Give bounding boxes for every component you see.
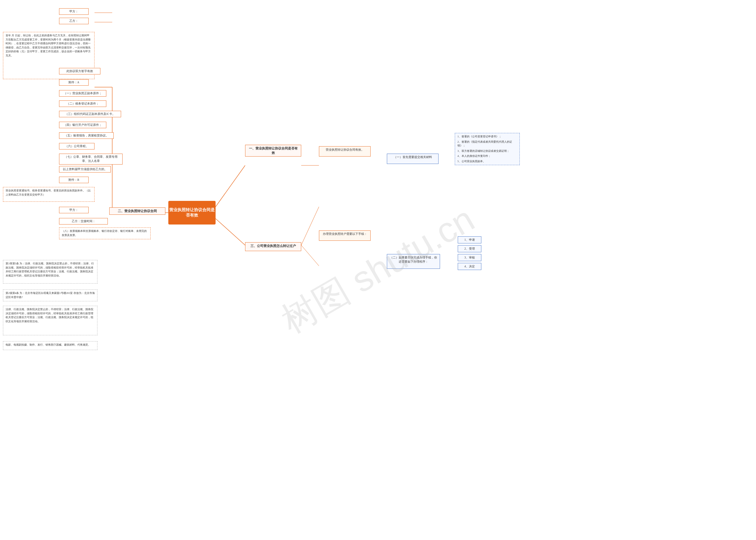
step3-box: 3、审核 — [458, 254, 482, 261]
appendix-b-text-box: 营业执照变更通知书、税务变更通知书、变更后的营业执照副本件。（以上资料由乙方在变… — [3, 187, 94, 202]
mind-map-container: 营业执照转让协议合同是否有效 甲方： 乙方： 首年 月 日起，转让给，在此之前的… — [0, 0, 756, 540]
party-b-box: 乙方： — [59, 18, 89, 24]
item5-box: （五）验资报告，房屋租赁协议。 — [59, 132, 114, 139]
appendix-b-box: 附件：B — [59, 177, 89, 183]
section3-box: 办理营业执照转户需要以下手续： — [319, 230, 371, 241]
item1-box: （一）营业执照正副本原件； — [59, 90, 106, 97]
appendix-a-box: 附件：A — [59, 79, 89, 86]
watermark-text: 树图 shutu.cn — [273, 196, 483, 345]
section1-result-box: 营业执照转让协议合同有效。 — [319, 146, 371, 157]
above-text-box: 以上资料届甲方须提供给乙方的。 — [59, 166, 111, 173]
sub1-item-5: 5、公司营业执照副本。 — [458, 160, 517, 164]
svg-line-9 — [301, 245, 319, 266]
para3-box: 法律、行政法规、国务院决定禁止的，不得经营；法律、行政法规、国务院决定须经许可的… — [3, 306, 97, 335]
item6-box: （六）公司章程。 — [59, 143, 94, 150]
item8-box: （八）发票领购本和支票领购本、银行存款定存、银行对账单、未用完的发票及发票。 — [59, 227, 151, 239]
item7-box: （七）公章、财务章、合同章、发票专用章、法人名章 — [59, 154, 123, 165]
party-a2-box: 甲方： — [59, 207, 89, 213]
party-a-box: 甲方： — [59, 8, 89, 15]
sub1-label: （一）首先需要提交相关材料 — [387, 154, 439, 164]
section3-label: 三、公司营业执照怎么转让过户 — [245, 242, 301, 251]
para2-box: 第2级第4条 为：北京市海淀区白塔庵又来家园1号楼201室 存放为：北京市海淀区… — [3, 290, 97, 301]
para1-box: 第3章第5条 为：法律、行政法规、国务院决定禁止的，不得经营；法律、行政法规、国… — [3, 260, 97, 284]
item4-box: （四）银行开户许可证原件； — [59, 122, 106, 128]
sub1-item-3: 3、双方签署的店铺转让协议或者交易证明； — [458, 149, 517, 153]
svg-line-8 — [301, 207, 319, 245]
sub1-item-4: 4、本人的身份证件复印件； — [458, 154, 517, 158]
para4-box: 电影、电视剧拍摄、制作、发行、销售医疗器械、建筑材料、代售湘灵。 — [3, 341, 97, 350]
sub1-item-1: 1、签署的《公司变更登记申请书》； — [458, 135, 517, 139]
item3-box: （三）组织代码证正副本原件及IC卡。 — [59, 111, 121, 117]
sub2-label: （二）如果要尽快完成办理手续，你还需要如下办理程序： — [387, 254, 440, 269]
step1-box: 1、申请 — [458, 236, 482, 243]
section1-label: 一、营业执照转让协议合同是否有效 — [245, 145, 301, 157]
svg-line-5 — [216, 166, 245, 207]
sub1-items-box: 1、签署的《公司变更登记申请书》； 2、签署的《指定代表或者共同委托代理人的证明… — [455, 133, 520, 165]
central-node: 营业执照转让协议合同是否有效 — [168, 201, 216, 224]
party-b2-box: 乙方：交接时间： — [59, 218, 108, 224]
valid-text-box: 此协议双方签字有效 — [59, 68, 100, 74]
sub1-item-2: 2、签署的《指定代表或者共同委托代理人的证明》； — [458, 140, 517, 148]
central-label: 营业执照转让协议合同是否有效 — [168, 207, 216, 218]
svg-line-6 — [216, 218, 245, 245]
connector-lines — [0, 0, 756, 540]
section2-label: 二、营业执照转让协议合同 — [109, 207, 165, 215]
watermark: 树图 shutu.cn — [0, 0, 756, 540]
step4-box: 4、决定 — [458, 263, 482, 270]
item2-box: （二）税务登记本原件； — [59, 100, 106, 107]
step2-box: 2、受理 — [458, 245, 482, 252]
